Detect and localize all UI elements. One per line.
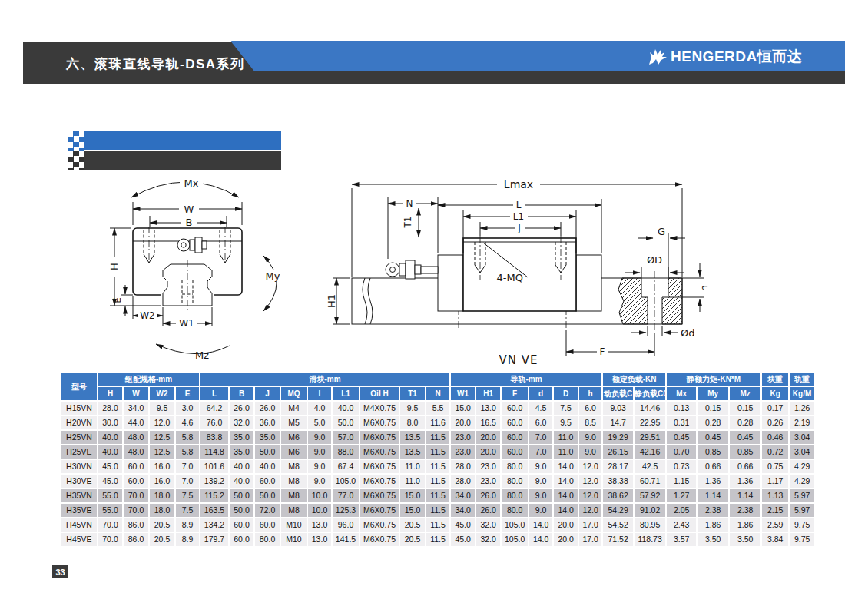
cell-H25VN-9: 57.0 [333,431,359,444]
cell-H25VN-17: 11.0 [554,431,578,444]
cell-H45VN-9: 96.0 [333,518,359,532]
cell-H25VN-2: 12.5 [150,431,174,444]
cell-H25VN-0: 40.0 [98,431,122,444]
col-group-7: 轨重 [790,373,814,386]
cell-H35VN-5: 50.0 [230,489,254,502]
cell-H30VN-15: 80.0 [502,460,528,473]
cell-H35VE-5: 50.0 [230,504,254,517]
table-row-H25VN: H25VN40.048.012.55.883.835.035.0M69.057.… [61,431,814,444]
model-cell: H35VE [61,504,97,517]
col-header-17: D [554,387,578,400]
cell-H30VN-12: 11.5 [426,460,449,473]
cell-H35VE-3: 7.5 [176,504,199,517]
cell-H30VE-11: 11.0 [400,475,425,488]
cell-H45VE-12: 11.5 [426,533,449,546]
cell-H15VN-14: 13.0 [476,402,500,415]
cell-H45VN-3: 8.9 [176,518,199,532]
brand-lion-icon [648,48,668,66]
cell-H30VE-17: 14.0 [554,475,578,488]
cell-H25VE-4: 114.8 [200,445,228,459]
cell-H15VN-21: 0.13 [667,402,696,415]
side-view-drawing: 4-MQ Lmax N L L1 J T1 G ØD h [326,165,714,369]
cell-H25VE-15: 60.0 [502,445,528,459]
cell-H45VN-8: 13.0 [308,518,331,532]
cell-H30VE-4: 139.2 [200,475,228,488]
col-header-0: H [98,387,122,400]
cell-H25VE-1: 48.0 [124,445,148,459]
cell-H25VE-14: 20.0 [476,445,500,459]
cell-H30VE-0: 45.0 [98,475,122,488]
cell-H20VN-11: 8.0 [400,416,425,429]
dim-label-od-small: Ød [681,327,694,339]
cell-H30VN-16: 9.0 [529,460,552,473]
model-cell: H35VN [61,489,97,502]
cell-H35VE-6: 72.0 [255,504,280,517]
cell-H25VE-20: 42.16 [635,445,665,459]
cell-H25VN-3: 5.8 [176,431,199,444]
cell-H30VN-6: 40.0 [255,460,280,473]
cell-H45VE-16: 14.0 [529,533,552,546]
dim-label-l: L [516,200,522,210]
cell-H30VN-13: 28.0 [451,460,475,473]
dim-label-e: E [112,297,123,303]
cell-H20VN-1: 44.0 [124,416,148,429]
cell-H35VN-8: 10.0 [308,489,331,502]
cell-H30VE-5: 40.0 [230,475,254,488]
cell-H20VN-24: 0.26 [762,416,788,429]
col-header-24: Kg [762,387,788,400]
cell-H45VN-5: 60.0 [230,518,254,532]
cell-H25VN-11: 13.5 [400,431,425,444]
cell-H35VN-3: 7.5 [176,489,199,502]
cell-H25VE-3: 5.8 [176,445,199,459]
cell-H20VN-5: 32.0 [230,416,254,429]
cell-H15VN-9: 40.0 [333,402,359,415]
col-header-19: 动负载C [603,387,633,400]
cell-H30VN-11: 11.0 [400,460,425,473]
cell-H45VN-7: M10 [281,518,307,532]
cell-H45VN-20: 80.95 [635,518,665,532]
section-title: 六、滚珠直线导轨-DSA系列 [66,55,245,73]
dim-label-g: G [658,226,665,237]
cell-H35VE-0: 55.0 [98,504,122,517]
cell-H15VN-24: 0.17 [762,402,788,415]
cell-H35VN-0: 55.0 [98,489,122,502]
dim-label-j: J [517,223,521,233]
cell-H45VE-25: 9.75 [790,533,814,546]
cell-H45VN-10: M6X0.75 [360,518,399,532]
cell-H30VN-20: 42.5 [635,460,665,473]
cell-H15VN-11: 9.5 [400,402,425,415]
cell-H30VN-18: 12.0 [579,460,601,473]
col-group-0: 型号 [61,373,97,400]
cell-H25VE-13: 23.0 [451,445,475,459]
cell-H20VN-20: 22.95 [635,416,665,429]
cell-H45VE-21: 3.57 [667,533,696,546]
cell-H30VE-25: 4.29 [790,475,814,488]
col-header-9: L1 [333,387,359,400]
col-group-1: 组配规格-mm [98,373,199,386]
dim-label-h-small: h [698,285,710,291]
cell-H15VN-15: 60.0 [502,402,528,415]
cell-H15VN-22: 0.15 [698,402,728,415]
col-header-25: Kg/M [790,387,814,400]
col-header-10: Oil H [360,387,399,400]
cell-H35VE-20: 91.02 [635,504,665,517]
cell-H30VN-17: 14.0 [554,460,578,473]
cell-H30VE-1: 60.0 [124,475,148,488]
cell-H45VE-8: 13.0 [308,533,331,546]
cell-H35VE-10: M6X0.75 [360,504,399,517]
dim-label-w: W [184,204,194,215]
cell-H35VN-21: 1.27 [667,489,696,502]
page-number-badge: 33 [52,565,68,578]
cell-H45VE-1: 86.0 [124,533,148,546]
cell-H25VN-25: 3.04 [790,431,814,444]
dim-label-my: My [266,270,280,282]
col-header-23: Mz [730,387,760,400]
cell-H35VN-24: 1.13 [762,489,788,502]
dim-label-w1: W1 [179,318,194,329]
cell-H25VN-19: 19.29 [603,431,633,444]
cell-H35VE-19: 54.29 [603,504,633,517]
table-row-H15VN: H15VN28.034.09.53.064.226.026.0M44.040.0… [61,402,814,415]
spec-table: 型号组配规格-mm滑块-mm导轨-mm额定负载-KN静额力矩-KN*M块重轨重 … [60,371,816,548]
cell-H45VN-1: 86.0 [124,518,148,532]
col-header-4: L [200,387,228,400]
